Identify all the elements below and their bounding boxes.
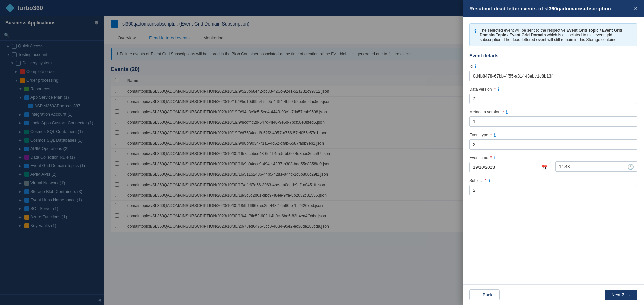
next-arrow-icon: → — [626, 292, 631, 297]
date-input-wrapper: 📅 — [469, 162, 551, 172]
required-marker: * — [502, 110, 504, 114]
info-icon: ℹ — [474, 28, 476, 42]
event-type-label: Event type * ℹ — [469, 132, 637, 138]
required-marker: * — [490, 133, 492, 137]
metadata-version-info-icon[interactable]: ℹ — [506, 109, 508, 115]
event-time-time-group: 🕐 — [555, 155, 637, 172]
modal-close-button[interactable]: × — [634, 5, 637, 11]
event-time-info-icon[interactable]: ℹ — [494, 155, 496, 160]
modal-body: ℹ The selected event will be sent to the… — [463, 17, 644, 284]
event-time-date-group: Event time * ℹ 📅 — [469, 155, 551, 172]
subject-label: Subject * ℹ — [469, 178, 637, 183]
data-version-info-icon[interactable]: ℹ — [498, 87, 499, 92]
back-arrow-icon: ← — [476, 292, 481, 297]
modal-info-text: The selected event will be sent to the r… — [480, 28, 632, 42]
back-button-label: Back — [483, 292, 492, 297]
modal-header: Resubmit dead-letter events of sl360qado… — [463, 0, 644, 17]
event-type-input[interactable] — [469, 139, 637, 150]
data-version-label: Data version * ℹ — [469, 87, 637, 92]
time-input-wrapper: 🕐 — [555, 161, 637, 172]
event-details-section-title: Event details — [469, 53, 637, 58]
event-time-row: Event time * ℹ 📅 🕐 — [469, 155, 637, 178]
subject-input[interactable] — [469, 185, 637, 195]
data-version-field-group: Data version * ℹ — [469, 87, 637, 104]
event-time-time-label — [555, 155, 637, 160]
calendar-icon[interactable]: 📅 — [541, 164, 548, 170]
id-field-group: Id ℹ — [469, 64, 637, 81]
subject-info-icon[interactable]: ℹ — [488, 178, 490, 183]
data-version-input[interactable] — [469, 94, 637, 104]
modal-overlay: Resubmit dead-letter events of sl360qado… — [0, 0, 644, 305]
modal-footer: ← Back Next 7 → — [463, 284, 644, 305]
id-input[interactable] — [469, 71, 637, 81]
clock-icon[interactable]: 🕐 — [627, 163, 634, 170]
event-type-field-group: Event type * ℹ — [469, 132, 637, 150]
next-button[interactable]: Next 7 → — [605, 290, 637, 300]
modal-title: Resubmit dead-letter events of sl360qado… — [469, 6, 611, 11]
required-marker: * — [485, 178, 486, 183]
event-type-info-icon[interactable]: ℹ — [494, 132, 496, 138]
modal-info-box: ℹ The selected event will be sent to the… — [469, 23, 637, 46]
subject-field-group: Subject * ℹ — [469, 178, 637, 195]
required-marker: * — [494, 87, 496, 92]
required-marker: * — [490, 155, 492, 160]
id-label: Id ℹ — [469, 64, 637, 69]
modal-panel: Resubmit dead-letter events of sl360qado… — [463, 0, 644, 305]
next-button-label: Next 7 — [611, 292, 624, 297]
metadata-version-field-group: Metadata version * ℹ — [469, 109, 637, 127]
event-time-date-input[interactable] — [469, 162, 551, 172]
metadata-version-label: Metadata version * ℹ — [469, 109, 637, 115]
back-button[interactable]: ← Back — [469, 289, 500, 300]
event-time-time-input[interactable] — [555, 161, 637, 172]
event-time-label: Event time * ℹ — [469, 155, 551, 160]
id-info-icon[interactable]: ℹ — [475, 64, 476, 69]
metadata-version-input[interactable] — [469, 116, 637, 127]
